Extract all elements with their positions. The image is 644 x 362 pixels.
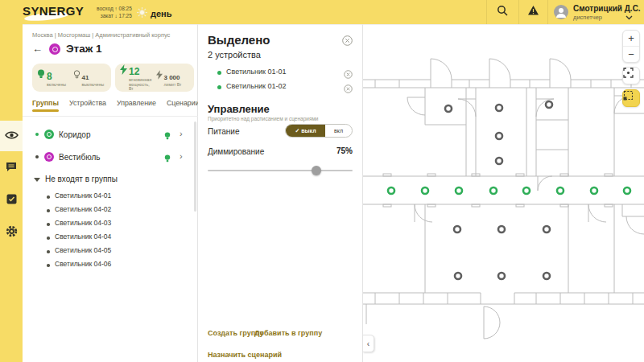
device-dot-on[interactable] [388,187,394,194]
device-dot-on[interactable] [456,187,462,194]
add-to-group-button[interactable]: Добавить в группу [254,329,322,337]
group-row-vestibule[interactable]: Вестибюль › [23,146,198,168]
device-name: Светильник 04-02 [55,205,111,213]
device-dot-off[interactable] [455,273,461,279]
tab-devices[interactable]: Устройства [69,99,106,112]
status-dot [217,85,221,89]
floor-plan-area[interactable]: + − ‹ [363,24,644,362]
rail-item-tasks[interactable] [0,185,23,216]
dimming-slider[interactable] [208,166,353,175]
selected-device-row[interactable]: Светильник 01-01 [198,67,363,80]
ungrouped-section-header[interactable]: Не входят в группы [23,171,198,189]
device-row[interactable]: Светильник 04-02 [23,204,198,217]
chevron-down-icon[interactable] [625,9,633,23]
selected-device-row[interactable]: Светильник 01-02 [198,81,363,95]
alerts-button[interactable] [525,4,541,20]
device-dot-off[interactable] [543,226,550,232]
remove-icon[interactable] [344,82,353,97]
device-name: Светильник 04-01 [55,191,111,200]
avatar[interactable] [554,5,568,19]
device-dot-off[interactable] [498,226,505,232]
toggle-off-segment[interactable]: ✓выкл [286,125,325,137]
zoom-controls: + − [622,30,640,63]
slider-thumb[interactable] [312,166,321,175]
device-dot-on[interactable] [523,187,530,194]
zoom-in-button[interactable]: + [623,31,639,46]
rail-item-monitoring[interactable] [0,121,23,151]
back-button[interactable]: ← [32,43,43,55]
day-mode[interactable]: день [137,6,172,21]
power-limit-label: лимит Вт [164,83,182,88]
device-row[interactable]: Светильник 04-05 [23,245,198,258]
dimming-label: Диммирование [208,147,264,156]
device-dot-off[interactable] [496,133,502,139]
clipboard-check-icon [6,193,17,208]
sun-times: восход ↑ 08:25 закат ↓ 17:25 [97,6,132,19]
device-dot-on[interactable] [591,187,597,194]
chevron-right-icon[interactable]: › [180,129,183,138]
device-dot-off[interactable] [543,273,550,279]
power-toggle[interactable]: ✓выкл вкл [285,124,353,138]
bullet-icon [47,237,50,240]
bulb-on-icon [37,68,45,83]
divider [23,116,198,117]
device-row[interactable]: Светильник 04-01 [23,191,198,204]
warning-icon [527,5,539,19]
tab-groups[interactable]: Группы [32,99,59,112]
toggle-off-label: выкл [301,128,316,134]
close-icon[interactable] [342,35,353,49]
collapse-panel-button[interactable]: ‹ [363,335,374,352]
lights-on-stat: 8включены [37,68,71,88]
device-dot-off[interactable] [454,226,460,232]
group-row-corridor[interactable]: Коридор › [23,123,198,146]
device-row[interactable]: Светильник 04-06 [23,259,198,272]
nav-rail [0,24,23,362]
device-dot-off[interactable] [498,273,505,279]
eye-icon [5,129,19,143]
device-dot-off[interactable] [496,158,502,164]
lights-on-value: 8 [47,71,52,82]
zoom-out-button[interactable]: − [623,47,639,62]
lights-on-label: включены [47,83,66,88]
bullet-icon [47,223,50,226]
tab-control[interactable]: Управление [117,99,156,112]
status-dot [217,71,221,75]
device-dot-off[interactable] [445,105,452,112]
device-row[interactable]: Светильник 04-04 [23,232,198,245]
toggle-on-segment[interactable]: вкл [325,125,352,137]
remove-icon[interactable] [344,68,353,82]
selection-panel: Выделено 2 устройства Светильник 01-01 С… [198,24,363,362]
lightning-green-icon [120,64,127,78]
floor-badge-icon [49,43,60,55]
tab-scenarios[interactable]: Сценарии [167,99,200,112]
control-note: Приоритетно над расписанием и сценариями [208,116,319,121]
chevron-right-icon[interactable]: › [180,151,183,161]
selection-title: Выделено [208,33,270,47]
device-dot-off[interactable] [546,101,552,108]
topbar: SYNERGY восход ↑ 08:25 закат ↓ 17:25 ден… [0,0,644,24]
lights-off-stat: 41выключены [73,68,107,88]
floor-title: Этаж 1 [66,43,102,55]
rail-item-settings[interactable] [0,217,23,248]
assign-scenario-button[interactable]: Назначить сценарий [208,351,282,359]
group-badge-icon [44,130,54,139]
rail-item-messages[interactable] [0,153,23,183]
device-dot-on[interactable] [557,187,564,194]
device-row[interactable]: Светильник 04-03 [23,218,198,231]
breadcrumb[interactable]: Москва | Мосгормаш | Административный ко… [32,31,170,39]
sunset-time: закат ↓ 17:25 [97,13,132,20]
device-dot-on[interactable] [624,187,630,194]
device-dot-off[interactable] [496,105,502,111]
slider-track [208,170,353,171]
scrollbar[interactable] [194,121,196,212]
marquee-select-button[interactable] [622,89,640,107]
power-limit-stat: 3 000лимит Вт [156,68,190,88]
device-name: Светильник 04-05 [55,246,111,254]
selection-count: 2 устройства [208,50,261,60]
search-button[interactable] [494,4,510,20]
focus-button[interactable] [622,67,640,84]
bullet-icon [47,209,50,212]
device-dot-on[interactable] [490,187,497,194]
device-dot-on[interactable] [422,187,428,194]
bulb-icon [164,152,171,167]
